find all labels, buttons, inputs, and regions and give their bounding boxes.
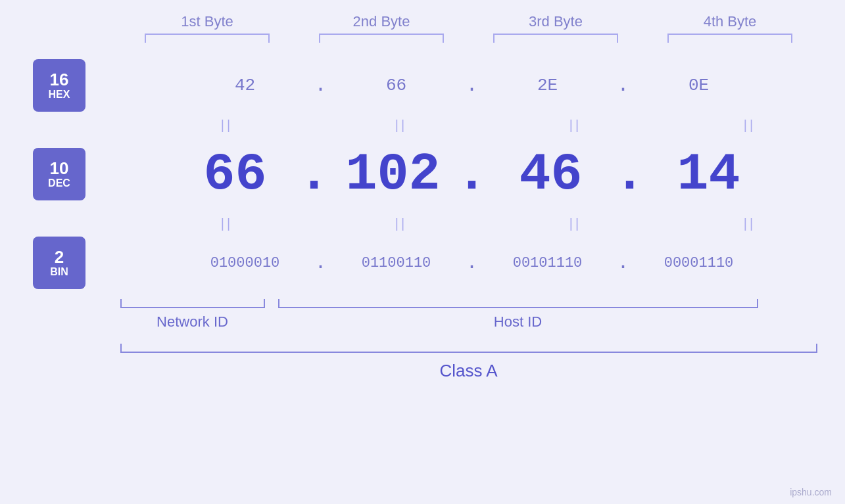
eq1-1: || (164, 118, 289, 133)
main-container: 1st Byte 2nd Byte 3rd Byte 4th Byte 16 H… (0, 0, 845, 504)
eq2-sign-1: || (221, 216, 233, 231)
bin-val-1: 01000010 (183, 255, 308, 271)
dec-dot-1: . (298, 145, 331, 204)
eq2-2: || (339, 216, 464, 231)
bin-values: 01000010 . 01100110 . 00101110 . 0000111… (132, 252, 812, 274)
dec-val-3: 46 (489, 145, 614, 204)
hex-badge-num: 16 (50, 70, 69, 89)
bin-val-4: 00001110 (637, 255, 761, 271)
class-bracket (120, 344, 817, 353)
host-id-label: Host ID (278, 313, 758, 331)
hex-val-1: 42 (183, 76, 308, 95)
bottom-section: Network ID Host ID (120, 299, 817, 331)
host-bracket (278, 299, 758, 308)
eq2-sign-3: || (569, 216, 581, 231)
dec-badge-num: 10 (50, 159, 69, 178)
hex-dot-3: . (610, 74, 637, 97)
bin-badge: 2 BIN (33, 237, 85, 289)
byte-headers: 1st Byte 2nd Byte 3rd Byte 4th Byte (120, 13, 817, 30)
eq2-4: || (687, 216, 812, 231)
hex-dot-1: . (308, 74, 334, 97)
hex-dot-2: . (459, 74, 485, 97)
byte-header-2: 2nd Byte (309, 13, 454, 30)
eq2-3: || (513, 216, 638, 231)
hex-badge-label: HEX (49, 89, 70, 101)
bottom-labels: Network ID Host ID (120, 313, 817, 331)
bin-dot-1: . (308, 252, 334, 274)
eq-sign-3: || (569, 118, 581, 133)
bin-val-3: 00101110 (485, 255, 610, 271)
top-bracket-3 (493, 34, 618, 43)
hex-badge: 16 HEX (33, 59, 85, 112)
dec-badge: 10 DEC (33, 148, 85, 200)
equals-row-1: || || || || (140, 115, 837, 135)
dec-val-2: 102 (331, 145, 456, 204)
bin-dot-3: . (610, 252, 637, 274)
top-bracket-1 (145, 34, 270, 43)
dec-val-4: 14 (646, 145, 771, 204)
top-brackets (120, 34, 817, 43)
dec-dot-2: . (456, 145, 489, 204)
hex-val-3: 2E (485, 76, 610, 95)
eq1-4: || (687, 118, 812, 133)
bin-badge-num: 2 (55, 248, 64, 267)
bin-val-2: 01100110 (334, 255, 459, 271)
hex-val-2: 66 (334, 76, 459, 95)
eq-sign-1: || (221, 118, 233, 133)
dec-values: 66 . 102 . 46 . 14 (132, 145, 812, 204)
network-id-label: Network ID (120, 313, 265, 331)
equals-row-2: || || || || (140, 214, 837, 233)
eq2-1: || (164, 216, 289, 231)
eq2-sign-2: || (395, 216, 407, 231)
eq2-sign-4: || (744, 216, 756, 231)
eq-sign-4: || (744, 118, 756, 133)
dec-row: 10 DEC 66 . 102 . 46 . 14 (0, 135, 845, 214)
bin-row: 2 BIN 01000010 . 01100110 . 00101110 . 0… (0, 233, 845, 292)
byte-header-1: 1st Byte (135, 13, 279, 30)
hex-row: 16 HEX 42 . 66 . 2E . 0E (0, 56, 845, 115)
bin-badge-label: BIN (50, 266, 68, 278)
bin-dot-2: . (459, 252, 485, 274)
dec-val-1: 66 (173, 145, 298, 204)
eq1-2: || (339, 118, 464, 133)
hex-values: 42 . 66 . 2E . 0E (132, 74, 812, 97)
watermark: ipshu.com (790, 487, 832, 497)
dec-dot-3: . (614, 145, 646, 204)
eq1-3: || (513, 118, 638, 133)
dec-badge-label: DEC (48, 177, 70, 189)
top-bracket-4 (667, 34, 792, 43)
hex-val-4: 0E (637, 76, 761, 95)
class-section: Class A (120, 344, 817, 381)
bottom-brackets (120, 299, 817, 308)
top-bracket-2 (319, 34, 444, 43)
byte-header-4: 4th Byte (658, 13, 802, 30)
network-bracket (120, 299, 265, 308)
byte-header-3: 3rd Byte (483, 13, 628, 30)
class-label: Class A (120, 361, 817, 381)
eq-sign-2: || (395, 118, 407, 133)
